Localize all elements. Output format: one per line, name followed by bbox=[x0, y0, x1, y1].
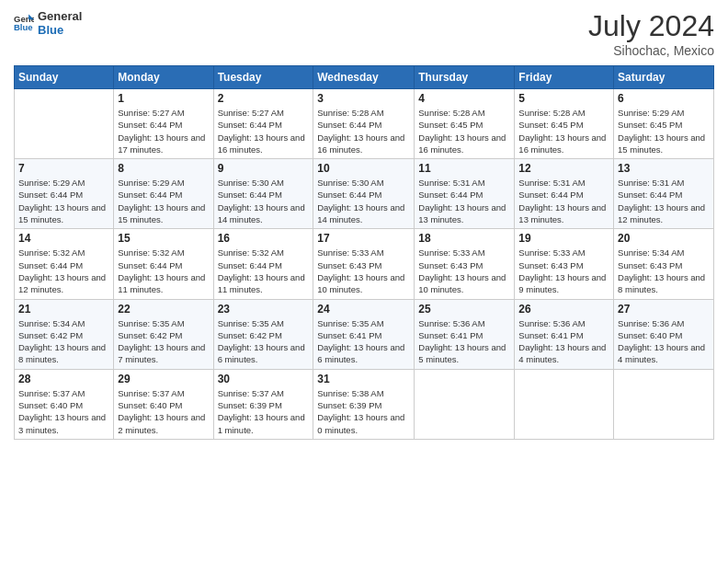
day-number: 8 bbox=[118, 162, 209, 175]
day-number: 23 bbox=[218, 303, 310, 316]
calendar-cell: 18Sunrise: 5:33 AMSunset: 6:43 PMDayligh… bbox=[415, 229, 515, 299]
calendar-cell: 27Sunrise: 5:36 AMSunset: 6:40 PMDayligh… bbox=[614, 299, 714, 369]
weekday-header: Friday bbox=[515, 66, 614, 89]
day-number: 26 bbox=[518, 303, 609, 316]
day-info: Sunrise: 5:37 AMSunset: 6:39 PMDaylight:… bbox=[218, 387, 310, 436]
weekday-header-row: SundayMondayTuesdayWednesdayThursdayFrid… bbox=[15, 66, 714, 89]
calendar-page: General Blue General Blue July 2024 Siho… bbox=[0, 0, 728, 563]
day-info: Sunrise: 5:31 AMSunset: 6:44 PMDaylight:… bbox=[618, 177, 710, 225]
day-number: 3 bbox=[317, 92, 410, 105]
location-subtitle: Sihochac, Mexico bbox=[588, 43, 714, 58]
day-info: Sunrise: 5:35 AMSunset: 6:42 PMDaylight:… bbox=[218, 317, 310, 366]
calendar-week-row: 1Sunrise: 5:27 AMSunset: 6:44 PMDaylight… bbox=[15, 89, 714, 159]
calendar-week-row: 21Sunrise: 5:34 AMSunset: 6:42 PMDayligh… bbox=[15, 299, 714, 369]
logo: General Blue General Blue bbox=[14, 9, 82, 37]
calendar-cell: 5Sunrise: 5:28 AMSunset: 6:45 PMDaylight… bbox=[515, 89, 614, 159]
calendar-cell: 23Sunrise: 5:35 AMSunset: 6:42 PMDayligh… bbox=[213, 299, 313, 369]
calendar-week-row: 7Sunrise: 5:29 AMSunset: 6:44 PMDaylight… bbox=[15, 159, 714, 229]
calendar-cell: 12Sunrise: 5:31 AMSunset: 6:44 PMDayligh… bbox=[515, 159, 614, 229]
day-info: Sunrise: 5:35 AMSunset: 6:41 PMDaylight:… bbox=[317, 317, 410, 366]
day-info: Sunrise: 5:29 AMSunset: 6:45 PMDaylight:… bbox=[618, 107, 710, 155]
day-info: Sunrise: 5:32 AMSunset: 6:44 PMDaylight:… bbox=[218, 247, 310, 295]
calendar-cell: 11Sunrise: 5:31 AMSunset: 6:44 PMDayligh… bbox=[415, 159, 515, 229]
day-number: 14 bbox=[18, 232, 109, 245]
day-info: Sunrise: 5:28 AMSunset: 6:45 PMDaylight:… bbox=[518, 107, 609, 155]
day-info: Sunrise: 5:37 AMSunset: 6:40 PMDaylight:… bbox=[118, 387, 209, 436]
day-info: Sunrise: 5:35 AMSunset: 6:42 PMDaylight:… bbox=[118, 317, 209, 366]
day-number: 16 bbox=[218, 232, 310, 245]
day-number: 12 bbox=[518, 162, 609, 175]
day-info: Sunrise: 5:36 AMSunset: 6:41 PMDaylight:… bbox=[418, 317, 510, 366]
day-number: 17 bbox=[317, 232, 410, 245]
calendar-cell: 21Sunrise: 5:34 AMSunset: 6:42 PMDayligh… bbox=[15, 299, 114, 369]
weekday-header: Tuesday bbox=[213, 66, 313, 89]
day-number: 13 bbox=[618, 162, 710, 175]
calendar-cell: 15Sunrise: 5:32 AMSunset: 6:44 PMDayligh… bbox=[114, 229, 213, 299]
calendar-cell bbox=[614, 369, 714, 439]
day-number: 30 bbox=[218, 373, 310, 385]
svg-text:Blue: Blue bbox=[14, 22, 33, 32]
day-info: Sunrise: 5:32 AMSunset: 6:44 PMDaylight:… bbox=[18, 247, 109, 295]
day-number: 27 bbox=[618, 303, 710, 316]
weekday-header: Wednesday bbox=[313, 66, 415, 89]
day-info: Sunrise: 5:37 AMSunset: 6:40 PMDaylight:… bbox=[18, 387, 109, 436]
day-number: 9 bbox=[218, 162, 310, 175]
day-number: 11 bbox=[418, 162, 510, 175]
day-info: Sunrise: 5:30 AMSunset: 6:44 PMDaylight:… bbox=[218, 177, 310, 225]
weekday-header: Saturday bbox=[614, 66, 714, 89]
day-number: 18 bbox=[418, 232, 510, 245]
calendar-cell bbox=[15, 89, 114, 159]
calendar-cell: 14Sunrise: 5:32 AMSunset: 6:44 PMDayligh… bbox=[15, 229, 114, 299]
calendar-cell: 31Sunrise: 5:38 AMSunset: 6:39 PMDayligh… bbox=[313, 369, 415, 439]
month-title: July 2024 bbox=[588, 9, 714, 43]
day-info: Sunrise: 5:33 AMSunset: 6:43 PMDaylight:… bbox=[518, 247, 609, 295]
calendar-cell: 3Sunrise: 5:28 AMSunset: 6:44 PMDaylight… bbox=[313, 89, 415, 159]
day-number: 20 bbox=[618, 232, 710, 245]
calendar-cell: 6Sunrise: 5:29 AMSunset: 6:45 PMDaylight… bbox=[614, 89, 714, 159]
day-info: Sunrise: 5:30 AMSunset: 6:44 PMDaylight:… bbox=[317, 177, 410, 225]
calendar-cell bbox=[415, 369, 515, 439]
weekday-header: Sunday bbox=[15, 66, 114, 89]
day-number: 7 bbox=[18, 162, 109, 175]
calendar-cell: 1Sunrise: 5:27 AMSunset: 6:44 PMDaylight… bbox=[114, 89, 213, 159]
page-header: General Blue General Blue July 2024 Siho… bbox=[14, 9, 714, 58]
day-info: Sunrise: 5:33 AMSunset: 6:43 PMDaylight:… bbox=[418, 247, 510, 295]
day-number: 24 bbox=[317, 303, 410, 316]
day-number: 6 bbox=[618, 92, 710, 105]
calendar-cell: 10Sunrise: 5:30 AMSunset: 6:44 PMDayligh… bbox=[313, 159, 415, 229]
day-number: 25 bbox=[418, 303, 510, 316]
calendar-cell: 8Sunrise: 5:29 AMSunset: 6:44 PMDaylight… bbox=[114, 159, 213, 229]
calendar-cell: 9Sunrise: 5:30 AMSunset: 6:44 PMDaylight… bbox=[213, 159, 313, 229]
day-number: 10 bbox=[317, 162, 410, 175]
day-number: 21 bbox=[18, 303, 109, 316]
day-number: 22 bbox=[118, 303, 209, 316]
day-info: Sunrise: 5:27 AMSunset: 6:44 PMDaylight:… bbox=[218, 107, 310, 155]
calendar-week-row: 14Sunrise: 5:32 AMSunset: 6:44 PMDayligh… bbox=[15, 229, 714, 299]
day-info: Sunrise: 5:38 AMSunset: 6:39 PMDaylight:… bbox=[317, 387, 410, 436]
calendar-cell: 30Sunrise: 5:37 AMSunset: 6:39 PMDayligh… bbox=[213, 369, 313, 439]
day-number: 1 bbox=[118, 92, 209, 105]
day-info: Sunrise: 5:33 AMSunset: 6:43 PMDaylight:… bbox=[317, 247, 410, 295]
weekday-header: Monday bbox=[114, 66, 213, 89]
title-block: July 2024 Sihochac, Mexico bbox=[588, 9, 714, 58]
logo-line1: General bbox=[38, 9, 82, 23]
calendar-cell: 24Sunrise: 5:35 AMSunset: 6:41 PMDayligh… bbox=[313, 299, 415, 369]
day-number: 15 bbox=[118, 232, 209, 245]
calendar-cell: 28Sunrise: 5:37 AMSunset: 6:40 PMDayligh… bbox=[15, 369, 114, 439]
day-info: Sunrise: 5:34 AMSunset: 6:42 PMDaylight:… bbox=[18, 317, 109, 366]
calendar-cell bbox=[515, 369, 614, 439]
day-info: Sunrise: 5:34 AMSunset: 6:43 PMDaylight:… bbox=[618, 247, 710, 295]
day-number: 29 bbox=[118, 373, 209, 385]
day-info: Sunrise: 5:28 AMSunset: 6:45 PMDaylight:… bbox=[418, 107, 510, 155]
calendar-cell: 17Sunrise: 5:33 AMSunset: 6:43 PMDayligh… bbox=[313, 229, 415, 299]
day-info: Sunrise: 5:32 AMSunset: 6:44 PMDaylight:… bbox=[118, 247, 209, 295]
day-info: Sunrise: 5:29 AMSunset: 6:44 PMDaylight:… bbox=[18, 177, 109, 225]
calendar-cell: 13Sunrise: 5:31 AMSunset: 6:44 PMDayligh… bbox=[614, 159, 714, 229]
day-number: 28 bbox=[18, 373, 109, 385]
day-info: Sunrise: 5:36 AMSunset: 6:41 PMDaylight:… bbox=[518, 317, 609, 366]
calendar-cell: 25Sunrise: 5:36 AMSunset: 6:41 PMDayligh… bbox=[415, 299, 515, 369]
day-info: Sunrise: 5:31 AMSunset: 6:44 PMDaylight:… bbox=[518, 177, 609, 225]
day-info: Sunrise: 5:31 AMSunset: 6:44 PMDaylight:… bbox=[418, 177, 510, 225]
day-number: 31 bbox=[317, 373, 410, 385]
day-number: 5 bbox=[518, 92, 609, 105]
